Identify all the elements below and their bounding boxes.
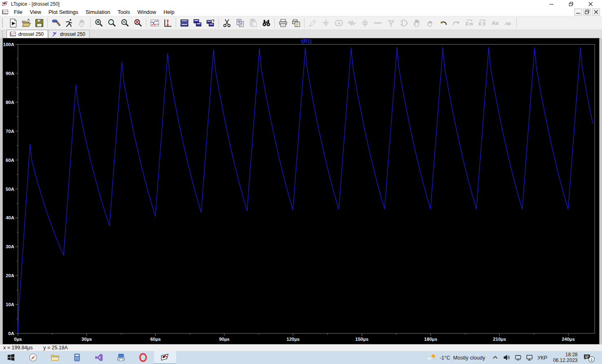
toolbar-separator <box>516 18 517 28</box>
taskbar-app-opera[interactable] <box>132 351 154 364</box>
svg-text:E: E <box>479 21 482 26</box>
svg-text:.op: .op <box>504 20 511 25</box>
control-panel-icon <box>51 18 61 28</box>
menu-item-help[interactable]: Help <box>160 9 178 15</box>
autorange-y-button[interactable] <box>161 17 174 29</box>
zoom-box-button[interactable] <box>106 17 118 29</box>
mdi-close-icon[interactable] <box>592 9 600 15</box>
cut-button[interactable] <box>221 17 233 29</box>
copy-button[interactable] <box>234 17 246 29</box>
notification-badge: 1 <box>589 356 595 362</box>
tile-vertical-button[interactable] <box>178 17 190 29</box>
new-doc-icon <box>9 18 18 28</box>
tabbar-gripper[interactable] <box>2 31 5 37</box>
x-axis-tick-label: 180µs <box>424 337 437 342</box>
diode-icon <box>386 18 396 28</box>
y-axis-tick-label: 30A <box>6 244 14 249</box>
hidden-icons-chevron-icon[interactable] <box>492 354 499 361</box>
resistor-button <box>346 17 358 29</box>
title-bar: LTspice - [drossel 250] <box>0 0 602 8</box>
svg-text:m: m <box>469 21 473 26</box>
language-indicator[interactable]: УКР <box>537 355 547 361</box>
taskbar-app-visual-studio[interactable] <box>88 351 110 364</box>
tab-label: drossel 250 <box>18 31 44 37</box>
start-button[interactable] <box>0 351 22 364</box>
schematic-tab-icon <box>51 31 58 37</box>
trace-IR1[interactable] <box>18 47 593 333</box>
new-doc-button[interactable] <box>7 17 19 29</box>
speaker-icon[interactable] <box>503 354 510 361</box>
x-axis-tick-label: 90µs <box>219 337 229 342</box>
zoom-fit-button[interactable] <box>132 17 144 29</box>
taskbar-app-printer-app[interactable] <box>110 351 132 364</box>
tab-bar: drossel 250drossel 250 <box>0 29 602 38</box>
mdi-minimize-icon[interactable] <box>574 9 582 15</box>
clock[interactable]: 18:28 06.12.2023 <box>551 352 579 363</box>
rotate-button: E∃ <box>476 17 488 29</box>
compass-browser-icon <box>29 353 37 362</box>
run-button[interactable] <box>63 17 75 29</box>
tab-drossel-250-2[interactable]: drossel 250 <box>48 30 90 38</box>
y-axis-tick-label: 90A <box>6 71 14 76</box>
menu-item-tools[interactable]: Tools <box>114 9 134 15</box>
zoom-in-button[interactable] <box>93 17 105 29</box>
toolbar-separator <box>274 18 275 28</box>
taskbar-app-ltspice[interactable] <box>154 351 176 364</box>
calculator-icon <box>73 353 82 362</box>
mdi-restore-icon[interactable] <box>583 9 591 15</box>
toolbar-gripper[interactable] <box>2 18 5 27</box>
close-icon[interactable] <box>588 2 593 7</box>
label-icon: A <box>334 18 344 28</box>
toolbar-separator <box>304 18 304 28</box>
menu-item-view[interactable]: View <box>26 9 45 15</box>
cut-icon <box>223 18 232 28</box>
open-button[interactable] <box>20 17 32 29</box>
wire-icon <box>308 18 318 28</box>
undo-icon <box>439 18 448 28</box>
weather-widget[interactable]: -1°C Mostly cloudy <box>423 353 488 362</box>
undo-button[interactable] <box>437 17 449 29</box>
waveform-panel-button[interactable] <box>148 17 161 29</box>
zoom-fit-icon <box>133 18 143 28</box>
minimize-icon[interactable] <box>549 2 554 7</box>
opera-icon <box>139 353 148 362</box>
waveform-plot-pane[interactable]: I(R1)0A10A20A30A40A50A60A70A80A90A100A0µ… <box>2 38 600 344</box>
y-axis-tick-label: 60A <box>6 158 14 163</box>
tab-label: drossel 250 <box>60 31 85 37</box>
weather-icon <box>426 353 437 362</box>
taskbar-app-file-explorer[interactable] <box>44 351 66 364</box>
menu-item-window[interactable]: Window <box>134 9 160 15</box>
tab-drossel-250-1[interactable]: drossel 250 <box>7 30 48 38</box>
tile-horizontal-button[interactable] <box>191 17 203 29</box>
tray-device-icon[interactable] <box>514 354 522 361</box>
redo-icon <box>452 18 461 28</box>
find-button[interactable] <box>260 17 272 29</box>
print-button[interactable] <box>277 17 289 29</box>
taskbar-app-calculator[interactable] <box>66 351 88 364</box>
x-axis-tick-label: 240µs <box>562 337 575 342</box>
y-axis-tick-label: 20A <box>6 273 14 278</box>
ltspice-logo-icon <box>2 1 9 7</box>
move-icon <box>412 18 422 28</box>
menu-item-simulation[interactable]: Simulation <box>82 9 114 15</box>
restore-icon[interactable] <box>569 2 573 7</box>
window-title: LTspice - [drossel 250] <box>11 1 60 7</box>
cascade-button[interactable] <box>204 17 216 29</box>
menu-item-plot-settings[interactable]: Plot Settings <box>45 9 82 15</box>
save-button[interactable] <box>33 17 45 29</box>
trace-legend-IR1[interactable]: I(R1) <box>301 38 312 44</box>
x-axis-tick-label: 60µs <box>150 337 161 342</box>
control-panel-button[interactable] <box>50 17 62 29</box>
network-icon[interactable] <box>526 354 533 361</box>
y-axis-tick-label: 0A <box>8 331 14 336</box>
x-axis-tick-label: 150µs <box>355 337 368 342</box>
print-preview-button[interactable] <box>290 17 302 29</box>
zoom-box-icon <box>107 18 117 28</box>
menu-item-file[interactable]: File <box>10 9 26 15</box>
zoom-out-button[interactable] <box>119 17 131 29</box>
label-button: A <box>333 17 345 29</box>
action-center-button[interactable]: 1 <box>583 353 594 362</box>
taskbar-app-compass-browser[interactable] <box>22 351 44 364</box>
waveform-plot[interactable]: I(R1)0A10A20A30A40A50A60A70A80A90A100A0µ… <box>3 38 599 344</box>
toolbar-separator <box>218 18 219 28</box>
